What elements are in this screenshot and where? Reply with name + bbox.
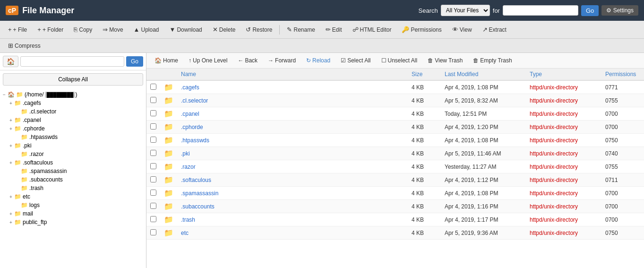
row-checkbox-cell[interactable] [146, 200, 160, 213]
download-button[interactable]: ▼ Download [165, 24, 206, 35]
upload-button[interactable]: ▲ Upload [129, 24, 163, 35]
path-input[interactable] [20, 56, 124, 67]
tree-toggle[interactable]: + [9, 160, 13, 165]
row-filename[interactable]: .razor [181, 164, 196, 170]
col-size-header[interactable]: Size [408, 69, 441, 80]
row-checkbox-cell[interactable] [146, 94, 160, 107]
row-checkbox[interactable] [150, 216, 156, 222]
restore-button[interactable]: ↺ Restore [241, 24, 276, 35]
row-checkbox[interactable] [150, 97, 156, 103]
new-folder-button[interactable]: + + Folder [33, 24, 68, 35]
move-button[interactable]: ⇒ Move [98, 24, 127, 35]
tree-item[interactable]: 📁logs [0, 201, 146, 209]
row-filename[interactable]: .pki [181, 150, 190, 157]
extract-button[interactable]: ↗ Extract [478, 24, 511, 35]
tree-root-item[interactable]: − 🏠 📁 (/home/ ████████ ) [0, 90, 146, 99]
view-button[interactable]: 👁 View [448, 24, 476, 35]
col-perms-header[interactable]: Permissions [601, 69, 644, 80]
table-row[interactable]: 📁 etc 4 KB Apr 5, 2019, 9:36 AM httpd/un… [146, 226, 644, 240]
table-row[interactable]: 📁 .cagefs 4 KB Apr 4, 2019, 1:08 PM http… [146, 80, 644, 94]
table-row[interactable]: 📁 .cpanel 4 KB Today, 12:51 PM httpd/uni… [146, 107, 644, 121]
tree-toggle[interactable]: + [9, 126, 13, 131]
table-row[interactable]: 📁 .spamassassin 4 KB Apr 4, 2019, 1:08 P… [146, 187, 644, 200]
tree-root-toggle[interactable]: − [2, 92, 7, 97]
row-checkbox[interactable] [150, 190, 156, 196]
tree-item[interactable]: +📁public_ftp [0, 218, 146, 226]
row-checkbox-cell[interactable] [146, 173, 160, 187]
tree-item[interactable]: 📁.htpasswds [0, 133, 146, 141]
row-checkbox-cell[interactable] [146, 107, 160, 121]
table-row[interactable]: 📁 .cphorde 4 KB Apr 4, 2019, 1:20 PM htt… [146, 121, 644, 134]
row-filename[interactable]: .softaculous [181, 177, 211, 183]
row-checkbox[interactable] [150, 123, 156, 130]
edit-button[interactable]: ✏ Edit [321, 24, 346, 35]
nav-reload-button[interactable]: ↻ Reload [302, 55, 335, 66]
tree-toggle[interactable]: + [9, 118, 13, 123]
row-checkbox[interactable] [150, 84, 156, 90]
nav-view-trash-button[interactable]: 🗑 View Trash [423, 55, 467, 66]
row-filename[interactable]: .htpasswds [181, 137, 209, 144]
row-filename[interactable]: .cpanel [181, 111, 199, 117]
nav-select-all-button[interactable]: ☑ Select All [336, 55, 375, 66]
tree-item[interactable]: +📁.pki [0, 141, 146, 150]
nav-back-button[interactable]: ← Back [233, 55, 262, 66]
tree-toggle[interactable]: + [9, 194, 13, 199]
tree-item[interactable]: +📁.softaculous [0, 158, 146, 167]
row-checkbox[interactable] [150, 110, 156, 116]
nav-home-button[interactable]: 🏠 Home [150, 55, 182, 66]
tree-item[interactable]: 📁.razor [0, 150, 146, 158]
col-modified-header[interactable]: Last Modified [441, 69, 526, 80]
row-checkbox-cell[interactable] [146, 187, 160, 200]
row-filename[interactable]: .cphorde [181, 124, 203, 130]
path-go-button[interactable]: Go [126, 56, 143, 67]
search-scope-select[interactable]: All Your Files [441, 5, 490, 16]
collapse-all-button[interactable]: Collapse All [3, 73, 143, 86]
html-editor-button[interactable]: ☍ HTML Editor [348, 24, 396, 35]
row-filename[interactable]: .cagefs [181, 84, 199, 91]
col-name-header[interactable]: Name [177, 69, 408, 80]
row-checkbox[interactable] [150, 150, 156, 156]
row-checkbox-cell[interactable] [146, 160, 160, 173]
tree-toggle[interactable]: + [9, 143, 13, 148]
table-row[interactable]: 📁 .cl.selector 4 KB Apr 5, 2019, 8:32 AM… [146, 94, 644, 107]
row-checkbox-cell[interactable] [146, 134, 160, 147]
row-filename[interactable]: .trash [181, 216, 195, 223]
tree-item[interactable]: +📁.cphorde [0, 124, 146, 133]
row-filename[interactable]: .subaccounts [181, 203, 215, 210]
search-input[interactable] [503, 5, 578, 16]
tree-toggle[interactable]: + [9, 101, 13, 106]
row-checkbox[interactable] [150, 229, 156, 235]
search-go-button[interactable]: Go [581, 5, 599, 16]
table-row[interactable]: 📁 .trash 4 KB Apr 4, 2019, 1:17 PM httpd… [146, 213, 644, 226]
row-filename[interactable]: .spamassassin [181, 190, 218, 197]
row-checkbox-cell[interactable] [146, 121, 160, 134]
tree-item[interactable]: +📁etc [0, 192, 146, 201]
nav-up-button[interactable]: ↑ Up One Level [184, 55, 232, 66]
row-checkbox-cell[interactable] [146, 213, 160, 226]
row-checkbox-cell[interactable] [146, 80, 160, 94]
table-row[interactable]: 📁 .razor 4 KB Yesterday, 11:27 AM httpd/… [146, 160, 644, 173]
tree-item[interactable]: +📁.cpanel [0, 116, 146, 124]
row-checkbox[interactable] [150, 203, 156, 209]
row-checkbox[interactable] [150, 163, 156, 169]
path-home-button[interactable]: 🏠 [3, 56, 18, 67]
row-filename[interactable]: etc [181, 230, 189, 236]
table-row[interactable]: 📁 .subaccounts 4 KB Apr 4, 2019, 1:16 PM… [146, 200, 644, 213]
compress-button[interactable]: ⊞ Compress [4, 40, 45, 51]
table-row[interactable]: 📁 .htpasswds 4 KB Apr 4, 2019, 1:08 PM h… [146, 134, 644, 147]
tree-item[interactable]: +📁mail [0, 209, 146, 218]
nav-forward-button[interactable]: → Forward [264, 55, 300, 66]
row-checkbox-cell[interactable] [146, 226, 160, 240]
nav-empty-trash-button[interactable]: 🗑 Empty Trash [469, 55, 516, 66]
row-checkbox-cell[interactable] [146, 147, 160, 160]
copy-button[interactable]: ⎘ Copy [69, 24, 96, 35]
nav-unselect-all-button[interactable]: ☐ Unselect All [377, 55, 422, 66]
tree-toggle[interactable]: + [9, 220, 13, 225]
table-row[interactable]: 📁 .pki 4 KB Apr 5, 2019, 11:46 AM httpd/… [146, 147, 644, 160]
delete-button[interactable]: ✕ Delete [208, 24, 240, 35]
tree-item[interactable]: 📁.spamassassin [0, 167, 146, 175]
tree-item[interactable]: 📁.cl.selector [0, 107, 146, 116]
tree-item[interactable]: 📁.subaccounts [0, 175, 146, 184]
tree-toggle[interactable]: + [9, 211, 13, 216]
tree-item[interactable]: +📁.cagefs [0, 99, 146, 107]
